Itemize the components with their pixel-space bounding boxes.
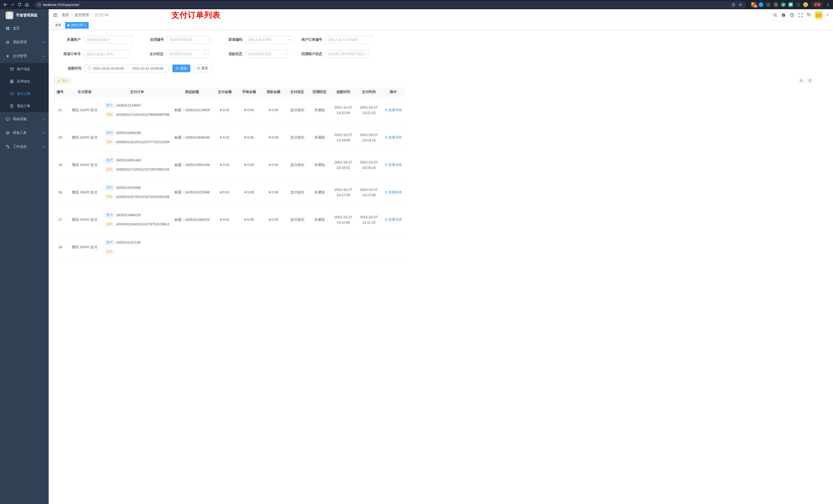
col-pay-time: 支付时间 <box>356 88 382 96</box>
cell-title: 标题：1635311823086 <box>172 178 213 206</box>
chevron-down-icon <box>42 118 45 121</box>
sidebar-item-app-info[interactable]: 应用信息 <box>0 75 49 88</box>
active-dot-icon <box>67 24 69 26</box>
filter-channel-order-no: 渠道订单号 <box>84 50 131 58</box>
cell-refund: ¥ 0.00 <box>261 206 286 233</box>
cell-id: 21 <box>54 96 67 124</box>
export-button[interactable]: 导出 <box>54 77 70 84</box>
sidebar-item-system[interactable]: 系统管理 <box>0 35 49 49</box>
filter-refund-status: 退款状态 请选择退款状态 <box>245 50 288 58</box>
reset-button[interactable]: 重置 <box>193 65 211 72</box>
cell-refund <box>261 233 286 252</box>
gear-icon <box>6 40 10 44</box>
browser-forward-icon[interactable] <box>10 2 15 7</box>
browser-back-icon[interactable] <box>3 2 8 7</box>
cell-create-time: 2021-10-2713:11:08 <box>330 206 356 233</box>
url-text: localhost:1024/pay/order <box>43 3 79 7</box>
cell-refund: ¥ 0.00 <box>261 96 286 124</box>
refund-status-select[interactable]: 请选择退款状态 <box>245 50 288 58</box>
chevron-down-icon <box>283 52 286 55</box>
cell-actions: 查看详情 <box>382 206 405 233</box>
cell-title: 标题：1635311949168 <box>172 124 213 151</box>
channel-order-no-input[interactable] <box>84 50 131 58</box>
sidebar-item-infra[interactable]: 基础设施 <box>0 112 49 126</box>
breadcrumb: 首页 / 支付管理 / 支付订单 <box>62 13 109 18</box>
cell-fee: ¥ 0.00 <box>237 124 261 151</box>
tab-close-icon[interactable]: × <box>84 24 86 27</box>
breadcrumb-pay[interactable]: 支付管理 <box>74 13 89 18</box>
sidebar-item-pay-order[interactable]: 支付订单 <box>0 88 49 100</box>
cell-pay-time: 2021-10-2713:17:08 <box>356 178 382 206</box>
yen-icon: ¥ <box>6 54 10 58</box>
view-detail-link[interactable]: 查看详情 <box>385 190 402 195</box>
cell-channel: 微信 JSAPI 支付 <box>67 96 102 124</box>
cell-amount <box>213 233 237 252</box>
col-notify: 回调状态 <box>309 88 330 96</box>
filter-channel-code: 渠道编码 请输入渠道编码 <box>245 36 293 44</box>
cell-amount: ¥ 0.01 <box>213 124 237 151</box>
merchant-tag: 商户 <box>105 213 114 218</box>
cell-pay-time <box>356 233 382 252</box>
target-icon <box>10 92 14 96</box>
browser-refresh-icon[interactable] <box>18 2 22 7</box>
cell-refund: ¥ 0.00 <box>261 178 286 206</box>
date-range-picker[interactable]: 2021-10-01 00:00:00 - 2021-10-31 23:59:5… <box>85 65 169 72</box>
view-detail-link[interactable]: 查看详情 <box>385 108 402 113</box>
chevron-down-icon <box>42 131 45 135</box>
channel-code-select[interactable]: 请输入渠道编码 <box>245 36 293 44</box>
hamburger-icon[interactable] <box>53 13 57 18</box>
view-detail-link[interactable]: 查看详情 <box>385 217 402 222</box>
cell-refund: ¥ 0.00 <box>261 124 286 151</box>
merchant-input[interactable] <box>84 36 133 44</box>
url-bar[interactable]: localhost:1024/pay/order <box>34 2 416 8</box>
col-fee: 手续金额 <box>237 88 261 96</box>
sidebar-item-home[interactable]: 首页 <box>0 22 49 35</box>
chevron-down-icon <box>288 38 291 41</box>
sidebar-item-merchant-info[interactable]: 商户信息 <box>0 63 49 75</box>
tab-home[interactable]: 首页 <box>53 22 64 29</box>
cell-status: 支付成功 <box>286 178 309 206</box>
filter-notify-status: 回调商户状态 请选择订单回调商户状态 <box>325 50 369 58</box>
cell-pay-time: 2021-10-2713:11:15 <box>356 206 382 233</box>
col-refund: 退款金额 <box>261 88 286 96</box>
cell-pay-time: 2021-10-2713:22:15 <box>356 96 382 124</box>
pay-tag: 支付 <box>105 167 114 172</box>
sidebar-item-pay[interactable]: ¥ 支付管理 <box>0 49 49 63</box>
breadcrumb-separator: / <box>91 13 92 17</box>
cell-amount: ¥ 0.01 <box>213 178 237 206</box>
app-no-select[interactable]: 请选择应用信息 <box>167 36 212 44</box>
view-detail-link[interactable]: 查看详情 <box>385 163 402 167</box>
cell-fee: ¥ 0.00 <box>237 96 261 124</box>
main-area: 首页 / 支付管理 / 支付订单 支付订单列表 TT <box>49 9 416 252</box>
col-actions: 操作 <box>382 88 405 96</box>
pay-status-select[interactable]: 请选择支付状态 <box>166 50 209 58</box>
pay-tag: 支付 <box>105 112 114 117</box>
card-icon <box>10 67 14 71</box>
browser-home-icon[interactable] <box>25 2 29 7</box>
table-row: 19 微信 JSAPI 支付 商户1635311881440 支付4200001… <box>54 151 405 178</box>
breadcrumb-home[interactable]: 首页 <box>62 13 69 18</box>
view-detail-link[interactable]: 查看详情 <box>385 135 402 140</box>
chevron-down-icon <box>364 52 367 55</box>
cell-create-time <box>330 233 356 252</box>
col-status: 支付状态 <box>286 88 309 96</box>
date-start: 2021-10-01 00:00:00 <box>93 67 124 70</box>
site-info-icon[interactable] <box>37 3 41 7</box>
search-button[interactable]: 搜索 <box>172 65 190 72</box>
date-end: 2021-10-31 23:59:59 <box>132 67 163 70</box>
table-header-row: 编号 支付渠道 支付订单 商品标题 支付金额 手续金额 退款金额 支付状态 回调… <box>54 88 405 96</box>
tab-pay-order[interactable]: 支付订单 × <box>65 22 89 29</box>
sidebar-item-refund-order[interactable]: 退款订单 <box>0 100 49 112</box>
merchant-order-no-input[interactable] <box>325 36 373 44</box>
merchant-tag: 商户 <box>105 240 114 245</box>
table-row: 18 微信 JSAPI 支付 商户1635311823086 支付4200001… <box>54 178 405 206</box>
cell-fee: ¥ 0.00 <box>237 178 261 206</box>
sidebar-item-devtools[interactable]: 研发工具 <box>0 126 49 140</box>
sidebar-item-workflow[interactable]: 工作流程 <box>0 140 49 154</box>
cell-order: 商户1635311468233 支付4200001194202110276752… <box>102 206 172 233</box>
pay-tag: 支付 <box>105 194 114 199</box>
table-row: 20 微信 JSAPI 支付 商户1635311949168 支付4200001… <box>54 124 405 151</box>
notify-status-select[interactable]: 请选择订单回调商户状态 <box>325 50 369 58</box>
cell-notify: 未通知 <box>309 96 330 124</box>
chevron-down-icon <box>42 41 45 44</box>
